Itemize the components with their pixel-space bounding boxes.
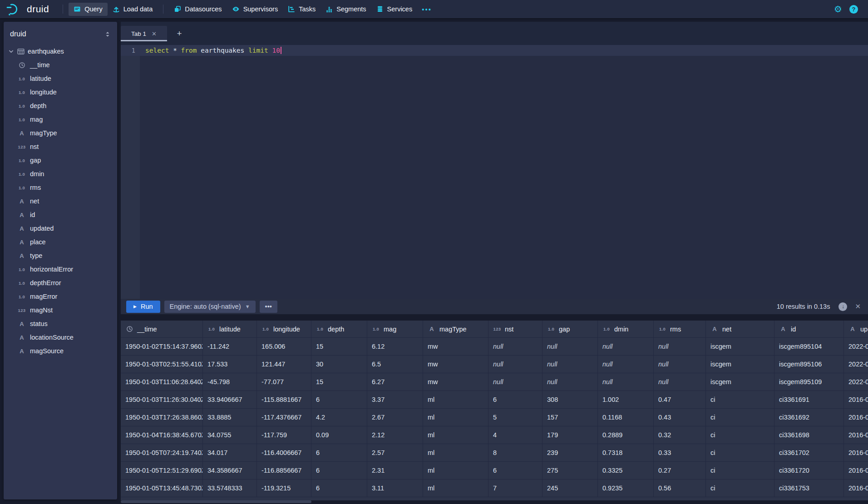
results-column-header-mag[interactable]: 1.0mag bbox=[367, 321, 423, 338]
table-cell[interactable]: 0.27 bbox=[654, 462, 706, 479]
sidebar-column-magType[interactable]: AmagType bbox=[4, 126, 117, 140]
table-cell[interactable]: 1950-01-05T13:45:48.730Z bbox=[121, 479, 203, 497]
table-cell[interactable]: 1950-01-02T15:14:37.960Z bbox=[121, 338, 203, 356]
sidebar-column-type[interactable]: Atype bbox=[4, 249, 117, 262]
sort-icon[interactable] bbox=[104, 31, 111, 38]
results-column-header-id[interactable]: Aid bbox=[774, 321, 844, 338]
table-cell[interactable]: 0.56 bbox=[654, 479, 706, 497]
results-column-header-rms[interactable]: 1.0rms bbox=[654, 321, 706, 338]
sidebar-column-rms[interactable]: 1.0rms bbox=[4, 181, 117, 194]
table-cell[interactable]: -11.242 bbox=[203, 338, 257, 356]
table-cell[interactable]: 2016-0 bbox=[844, 409, 868, 426]
sidebar-column-locationSource[interactable]: AlocationSource bbox=[4, 331, 117, 344]
table-cell[interactable]: 2.31 bbox=[367, 462, 423, 479]
run-button[interactable]: ▶ Run bbox=[126, 301, 160, 313]
table-cell[interactable]: 15 bbox=[311, 373, 367, 391]
results-column-header-nst[interactable]: 123nst bbox=[488, 321, 542, 338]
table-cell[interactable]: 4.2 bbox=[311, 409, 367, 426]
table-cell[interactable]: ci3361692 bbox=[774, 409, 844, 426]
nav-item-query[interactable]: Query bbox=[69, 3, 108, 16]
table-cell[interactable]: 33.8885 bbox=[203, 409, 257, 426]
help-icon[interactable]: ? bbox=[849, 5, 858, 14]
table-cell[interactable]: mw bbox=[423, 356, 488, 373]
query-more-button[interactable]: ••• bbox=[260, 301, 277, 313]
table-cell[interactable]: iscgem895104 bbox=[774, 338, 844, 356]
table-cell[interactable]: 6.5 bbox=[367, 356, 423, 373]
sidebar-column-gap[interactable]: 1.0gap bbox=[4, 153, 117, 167]
table-cell[interactable]: 3.11 bbox=[367, 479, 423, 497]
table-cell[interactable]: 30 bbox=[311, 356, 367, 373]
sidebar-column-longitude[interactable]: 1.0longitude bbox=[4, 85, 117, 99]
engine-select[interactable]: Engine: auto (sql-native) ▼ bbox=[164, 301, 256, 313]
table-cell[interactable]: 2016-0 bbox=[844, 444, 868, 462]
table-cell[interactable]: 1950-01-03T11:26:30.040Z bbox=[121, 391, 203, 409]
table-cell[interactable]: null bbox=[542, 338, 598, 356]
table-cell[interactable]: null bbox=[488, 373, 542, 391]
table-cell[interactable]: 1950-01-05T07:24:19.740Z bbox=[121, 444, 203, 462]
table-cell[interactable]: 7 bbox=[488, 479, 542, 497]
table-cell[interactable]: ci bbox=[706, 479, 774, 497]
table-cell[interactable]: 6 bbox=[488, 462, 542, 479]
sidebar-column-latitude[interactable]: 1.0latitude bbox=[4, 72, 117, 85]
table-cell[interactable]: 2016-0 bbox=[844, 479, 868, 497]
table-cell[interactable]: null bbox=[654, 373, 706, 391]
results-column-header-net[interactable]: Anet bbox=[706, 321, 774, 338]
table-cell[interactable]: 0.09 bbox=[311, 426, 367, 444]
table-cell[interactable]: 0.3325 bbox=[598, 462, 654, 479]
sidebar-column-depth[interactable]: 1.0depth bbox=[4, 99, 117, 113]
table-cell[interactable]: null bbox=[542, 356, 598, 373]
results-column-header-longitude[interactable]: 1.0longitude bbox=[257, 321, 311, 338]
table-cell[interactable]: 2016-0 bbox=[844, 391, 868, 409]
table-cell[interactable]: ci bbox=[706, 409, 774, 426]
table-cell[interactable]: 1950-01-04T16:38:45.670Z bbox=[121, 426, 203, 444]
table-cell[interactable]: 121.447 bbox=[257, 356, 311, 373]
table-cell[interactable]: 275 bbox=[542, 462, 598, 479]
table-cell[interactable]: 1950-01-05T12:51:29.690Z bbox=[121, 462, 203, 479]
results-column-header-latitude[interactable]: 1.0latitude bbox=[203, 321, 257, 338]
table-cell[interactable]: 34.017 bbox=[203, 444, 257, 462]
sidebar-column-dmin[interactable]: 1.0dmin bbox=[4, 167, 117, 181]
table-cell[interactable]: null bbox=[488, 338, 542, 356]
table-cell[interactable]: 0.47 bbox=[654, 391, 706, 409]
table-cell[interactable]: 34.3586667 bbox=[203, 462, 257, 479]
sidebar-column-id[interactable]: Aid bbox=[4, 208, 117, 222]
table-cell[interactable]: iscgem bbox=[706, 338, 774, 356]
table-cell[interactable]: 15 bbox=[311, 338, 367, 356]
sidebar-column-horizontalError[interactable]: 1.0horizontalError bbox=[4, 262, 117, 276]
table-cell[interactable]: mw bbox=[423, 338, 488, 356]
results-column-header-__time[interactable]: __time bbox=[121, 321, 203, 338]
table-cell[interactable]: 33.5748333 bbox=[203, 479, 257, 497]
table-cell[interactable]: -117.4376667 bbox=[257, 409, 311, 426]
sidebar-column-place[interactable]: Aplace bbox=[4, 235, 117, 249]
horizontal-scrollbar[interactable] bbox=[121, 500, 311, 503]
table-cell[interactable]: 6 bbox=[311, 462, 367, 479]
table-cell[interactable]: 0.2889 bbox=[598, 426, 654, 444]
table-cell[interactable]: ci3361753 bbox=[774, 479, 844, 497]
table-cell[interactable]: ci3361720 bbox=[774, 462, 844, 479]
table-cell[interactable]: 157 bbox=[542, 409, 598, 426]
sidebar-column-magNst[interactable]: 123magNst bbox=[4, 303, 117, 317]
table-cell[interactable]: iscgem895109 bbox=[774, 373, 844, 391]
close-results-icon[interactable]: ✕ bbox=[855, 302, 863, 311]
table-cell[interactable]: 0.9235 bbox=[598, 479, 654, 497]
table-cell[interactable]: ci bbox=[706, 462, 774, 479]
sidebar-column-status[interactable]: Astatus bbox=[4, 317, 117, 331]
table-cell[interactable]: null bbox=[598, 338, 654, 356]
table-cell[interactable]: 0.43 bbox=[654, 409, 706, 426]
druid-logo[interactable]: druid bbox=[6, 2, 49, 16]
table-cell[interactable]: 2022-0 bbox=[844, 356, 868, 373]
sidebar-column-magSource[interactable]: AmagSource bbox=[4, 344, 117, 358]
table-cell[interactable]: -119.3215 bbox=[257, 479, 311, 497]
table-cell[interactable]: -77.077 bbox=[257, 373, 311, 391]
table-cell[interactable]: -115.8881667 bbox=[257, 391, 311, 409]
results-column-header-gap[interactable]: 1.0gap bbox=[542, 321, 598, 338]
table-cell[interactable]: 308 bbox=[542, 391, 598, 409]
table-cell[interactable]: 179 bbox=[542, 426, 598, 444]
table-cell[interactable]: ci3361698 bbox=[774, 426, 844, 444]
table-cell[interactable]: 0.7318 bbox=[598, 444, 654, 462]
table-cell[interactable]: 4 bbox=[488, 426, 542, 444]
table-cell[interactable]: 6.27 bbox=[367, 373, 423, 391]
table-cell[interactable]: 239 bbox=[542, 444, 598, 462]
table-cell[interactable]: null bbox=[598, 373, 654, 391]
table-cell[interactable]: 1.002 bbox=[598, 391, 654, 409]
